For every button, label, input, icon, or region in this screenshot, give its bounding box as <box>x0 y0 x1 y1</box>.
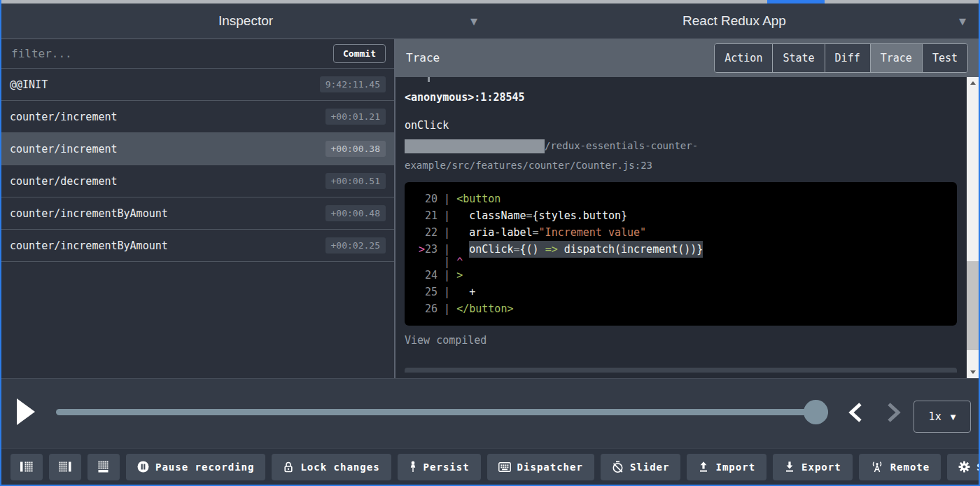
step-back-button[interactable] <box>846 401 865 426</box>
toolbar-button-persist[interactable]: Persist <box>398 454 481 480</box>
filter-input[interactable] <box>10 46 333 61</box>
keyboard-icon <box>498 462 511 472</box>
code-token: </button> <box>456 303 513 315</box>
upload-icon <box>698 461 709 473</box>
code-token: aria-label <box>456 226 532 239</box>
redacted-path-block <box>405 139 545 153</box>
action-timestamp: +00:01.21 <box>326 109 386 125</box>
toolbar-button-label: Pause recording <box>155 461 254 473</box>
toolbar-button-lock-changes[interactable]: Lock changes <box>272 454 391 480</box>
download-icon <box>784 461 795 473</box>
scrollbar-up-arrow[interactable] <box>967 77 979 89</box>
tab-diff[interactable]: Diff <box>825 44 871 72</box>
stack-frame-handler[interactable]: onClick <box>405 119 957 132</box>
toolbar-button-label: Export <box>802 461 841 473</box>
playback-slider-thumb[interactable] <box>804 400 828 424</box>
code-line-number: 21 <box>425 209 438 222</box>
action-label: @@INIT <box>10 78 48 91</box>
instance-selector[interactable]: React Redux App ▼ <box>490 4 979 39</box>
chevron-right-icon <box>884 401 904 424</box>
toolbar-button-slider[interactable]: Slider <box>601 454 681 480</box>
action-timestamp: +00:02.25 <box>326 237 386 254</box>
dock-right-button[interactable] <box>49 454 81 480</box>
code-line-number: 26 <box>425 303 438 315</box>
action-list-item[interactable]: @@INIT9:42:11.45 <box>1 69 394 101</box>
dock-left-button[interactable] <box>10 454 43 480</box>
dock-bottom-button[interactable] <box>88 454 120 480</box>
code-gutter-pipe: | <box>438 269 456 282</box>
next-code-block-edge <box>405 368 957 373</box>
code-gutter-pipe: | <box>438 303 456 315</box>
lock-icon <box>283 461 294 473</box>
code-token: => <box>545 241 558 258</box>
toolbar-button-label: Remote <box>890 461 930 473</box>
trace-panel: Trace ActionStateDiffTraceTest <anonymou… <box>396 39 979 378</box>
view-compiled-link[interactable]: View compiled <box>405 334 957 347</box>
tab-action[interactable]: Action <box>715 44 773 72</box>
action-list: @@INIT9:42:11.45counter/increment+00:01.… <box>1 69 394 262</box>
action-list-item[interactable]: counter/increment+00:01.21 <box>1 101 394 133</box>
clipped-line-fragment <box>428 77 430 82</box>
inspector-selector[interactable]: Inspector ▼ <box>1 4 490 39</box>
code-token: + <box>456 286 475 298</box>
tab-trace[interactable]: Trace <box>871 44 923 72</box>
stack-frame-anonymous[interactable]: <anonymous>:1:28545 <box>405 91 957 104</box>
action-label: counter/incrementByAmount <box>10 207 168 220</box>
commit-button[interactable]: Commit <box>333 44 386 63</box>
tab-test[interactable]: Test <box>923 44 967 72</box>
step-forward-button[interactable] <box>884 401 904 426</box>
trace-panel-header: Trace ActionStateDiffTraceTest <box>396 39 979 77</box>
play-button[interactable] <box>17 398 35 425</box>
code-line: 24 | > <box>419 267 957 284</box>
code-gutter-pipe: | <box>438 243 456 256</box>
code-caret-line: | ^ <box>419 258 957 267</box>
vertical-scrollbar[interactable] <box>967 77 979 378</box>
main-area: Commit @@INIT9:42:11.45counter/increment… <box>1 39 979 378</box>
code-line-number: 25 <box>425 286 438 298</box>
code-token: <button <box>456 193 500 205</box>
chevron-left-icon <box>846 401 865 424</box>
playback-speed-select[interactable]: 1x ▼ <box>913 401 971 433</box>
code-token: className <box>456 209 526 222</box>
toolbar-button-import[interactable]: Import <box>687 454 766 480</box>
source-file-path[interactable]: /redux-essentials-counter- example/src/f… <box>405 136 957 175</box>
toolbar-button-settings[interactable]: Settings <box>947 454 980 480</box>
toolbar-button-export[interactable]: Export <box>773 454 853 480</box>
chevron-down-icon[interactable]: ▼ <box>959 16 966 27</box>
action-label: counter/increment <box>10 143 118 155</box>
code-line: 26 | </button> <box>419 300 957 317</box>
tab-bar: ActionStateDiffTraceTest <box>714 43 968 73</box>
code-line-marker <box>419 286 425 298</box>
pause-icon <box>137 461 149 473</box>
chevron-down-icon[interactable]: ▼ <box>470 16 477 27</box>
dock-bottom-icon <box>97 461 111 473</box>
gear-icon <box>958 461 970 473</box>
tab-state[interactable]: State <box>773 44 825 72</box>
action-timestamp: +00:00.51 <box>326 173 386 189</box>
code-token: = <box>526 209 533 222</box>
toolbar-button-label: Dispatcher <box>517 461 583 473</box>
code-line: 21 | className={styles.button} <box>419 207 957 224</box>
scrollbar-thumb[interactable] <box>967 261 979 350</box>
source-file-path-line1: /redux-essentials-counter- <box>405 136 957 155</box>
toolbar-button-pause-recording[interactable]: Pause recording <box>126 454 265 480</box>
code-line-marker <box>419 269 425 282</box>
scrollbar-down-arrow[interactable] <box>967 366 979 378</box>
instance-title: React Redux App <box>682 13 786 29</box>
action-list-panel: Commit @@INIT9:42:11.45counter/increment… <box>1 39 396 378</box>
playback-bar: 1x ▼ <box>1 378 979 448</box>
toolbar-button-remote[interactable]: Remote <box>859 454 941 480</box>
action-list-item[interactable]: counter/decrement+00:00.51 <box>1 165 394 197</box>
toolbar-button-dispatcher[interactable]: Dispatcher <box>487 454 594 480</box>
filter-row: Commit <box>1 39 394 69</box>
source-code-frame: 20 | <button 21 | className={styles.butt… <box>405 182 957 326</box>
action-timestamp: +00:00.38 <box>326 141 386 157</box>
action-list-item[interactable]: counter/incrementByAmount+00:02.25 <box>1 230 394 262</box>
code-token: "Increment value" <box>539 226 647 239</box>
action-list-item[interactable]: counter/incrementByAmount+00:00.48 <box>1 197 394 230</box>
pin-icon <box>409 461 417 473</box>
playback-slider-track[interactable] <box>56 409 828 415</box>
toolbar-button-label: Lock changes <box>300 461 379 473</box>
trace-content: <anonymous>:1:28545 onClick /redux-essen… <box>396 77 967 378</box>
action-list-item[interactable]: counter/increment+00:00.38 <box>1 133 394 165</box>
